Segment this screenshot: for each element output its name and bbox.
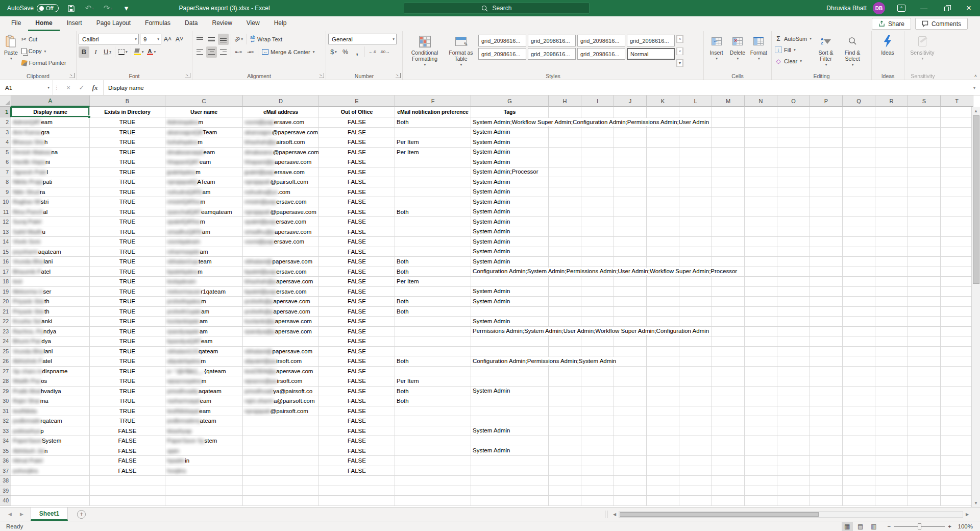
cell-B11[interactable]: TRUE xyxy=(90,207,165,218)
cell-M30[interactable] xyxy=(712,396,745,406)
row-header-3[interactable]: 3 xyxy=(0,128,11,138)
cell-D30[interactable]: rajni.sharma@pairsoft.com xyxy=(243,396,319,406)
cell-I28[interactable] xyxy=(581,376,614,387)
cell-R31[interactable] xyxy=(875,406,908,417)
cell-C22[interactable]: ksolankiqateam xyxy=(165,317,243,327)
cell-I24[interactable] xyxy=(581,336,614,347)
cell-I31[interactable] xyxy=(581,406,614,417)
cell-F32[interactable] xyxy=(395,416,471,426)
cell-G18[interactable] xyxy=(471,277,549,287)
cell-R3[interactable] xyxy=(875,128,908,138)
cell-K27[interactable] xyxy=(647,367,679,377)
cell-B14[interactable]: TRUE xyxy=(90,237,165,247)
cell-F3[interactable] xyxy=(395,128,471,138)
cell-L31[interactable] xyxy=(679,406,712,417)
cell-R7[interactable] xyxy=(875,167,908,178)
cell-T32[interactable] xyxy=(941,416,973,426)
cell-E29[interactable]: FALSE xyxy=(319,387,395,397)
cell-P19[interactable] xyxy=(810,287,843,297)
cell-C35[interactable]: ajain xyxy=(165,446,243,456)
cell-J32[interactable] xyxy=(614,416,647,426)
cell-P27[interactable] xyxy=(810,367,843,377)
cell-D31[interactable]: nprajapati@pairsoft.com xyxy=(243,406,319,417)
cell-F21[interactable]: Both xyxy=(395,307,471,317)
cell-T33[interactable] xyxy=(941,426,973,437)
cell-R23[interactable] xyxy=(875,327,908,337)
cell-H7[interactable] xyxy=(549,167,581,178)
cell-Q38[interactable] xyxy=(843,476,875,486)
cell-Q30[interactable] xyxy=(843,396,875,406)
cell-G32[interactable] xyxy=(471,416,549,426)
cell-S8[interactable] xyxy=(908,177,941,187)
cell-A13[interactable]: Sahil Madhu xyxy=(11,227,90,237)
cell-J34[interactable] xyxy=(614,436,647,446)
cell-F40[interactable] xyxy=(395,496,471,506)
cell-G28[interactable] xyxy=(471,376,549,387)
cell-L38[interactable] xyxy=(679,476,712,486)
cell-M32[interactable] xyxy=(712,416,745,426)
cell-A25[interactable]: Vrunda Bhalani xyxy=(11,347,90,357)
cell-C34[interactable]: PaperSave System xyxy=(165,436,243,446)
cell-G36[interactable] xyxy=(471,456,549,466)
cell-I35[interactable] xyxy=(581,446,614,456)
cell-O11[interactable] xyxy=(777,207,810,218)
cell-R26[interactable] xyxy=(875,356,908,367)
cell-K33[interactable] xyxy=(647,426,679,437)
alignment-dialog-launcher[interactable]: ↘ xyxy=(319,73,324,78)
cell-G39[interactable] xyxy=(471,486,549,496)
cell-Q9[interactable] xyxy=(843,187,875,198)
cell-E9[interactable]: FALSE xyxy=(319,187,395,198)
row-header-22[interactable]: 22 xyxy=(0,317,11,327)
cell-O19[interactable] xyxy=(777,287,810,297)
row-header-5[interactable]: 5 xyxy=(0,148,11,158)
gallery-up-button[interactable]: ˄ xyxy=(676,35,683,43)
cell-S32[interactable] xyxy=(908,416,941,426)
column-header-R[interactable]: R xyxy=(875,95,908,107)
collapse-ribbon-button[interactable]: ˄ xyxy=(974,74,977,79)
cell-P2[interactable] xyxy=(810,117,843,128)
row-header-31[interactable]: 31 xyxy=(0,406,11,417)
zoom-in-button[interactable]: + xyxy=(948,523,951,529)
cell-A36[interactable]: Himal Patel xyxy=(11,456,90,466)
tab-scroll-splitter[interactable] xyxy=(605,511,607,518)
cell-R30[interactable] xyxy=(875,396,908,406)
cell-N28[interactable] xyxy=(745,376,777,387)
cell-K40[interactable] xyxy=(647,496,679,506)
font-color-button[interactable]: A▾ xyxy=(146,46,157,58)
cell-I33[interactable] xyxy=(581,426,614,437)
zoom-slider-thumb[interactable] xyxy=(918,523,921,529)
cell-D28[interactable]: wpazos@pairsoft.com xyxy=(243,376,319,387)
row-header-32[interactable]: 32 xyxy=(0,416,11,426)
cell-T17[interactable] xyxy=(941,267,973,277)
cell-T4[interactable] xyxy=(941,137,973,148)
cell-O21[interactable] xyxy=(777,307,810,317)
cell-T36[interactable] xyxy=(941,456,973,466)
cell-D27[interactable]: test2904@papersave.com xyxy=(243,367,319,377)
orientation-button[interactable]: ab▾ xyxy=(233,34,244,45)
cell-E1[interactable]: Out of Office xyxy=(319,107,395,117)
cell-J33[interactable] xyxy=(614,426,647,437)
cell-F24[interactable] xyxy=(395,336,471,347)
cell-R20[interactable] xyxy=(875,297,908,307)
cell-A17[interactable]: Bhaumik Patel xyxy=(11,267,90,277)
cell-R16[interactable] xyxy=(875,257,908,267)
undo-button[interactable]: ↶▾ xyxy=(84,3,95,14)
cell-L14[interactable] xyxy=(679,237,712,247)
cell-C27[interactable]: a~`!@#$&()_,-{qateam xyxy=(165,367,243,377)
cell-E34[interactable]: FALSE xyxy=(319,436,395,446)
cell-C2[interactable]: Adminqateam xyxy=(165,117,243,128)
cell-T20[interactable] xyxy=(941,297,973,307)
cell-I7[interactable] xyxy=(581,167,614,178)
cell-E18[interactable]: FALSE xyxy=(319,277,395,287)
cell-T8[interactable] xyxy=(941,177,973,187)
cell-Q23[interactable] xyxy=(843,327,875,337)
cell-C12[interactable]: spatelQATeam xyxy=(165,217,243,227)
cell-N37[interactable] xyxy=(745,466,777,476)
row-header-33[interactable]: 33 xyxy=(0,426,11,437)
cell-L21[interactable] xyxy=(679,307,712,317)
cell-F13[interactable] xyxy=(395,227,471,237)
cell-L36[interactable] xyxy=(679,456,712,466)
cell-J4[interactable] xyxy=(614,137,647,148)
cell-P1[interactable] xyxy=(810,107,843,117)
row-header-11[interactable]: 11 xyxy=(0,207,11,218)
